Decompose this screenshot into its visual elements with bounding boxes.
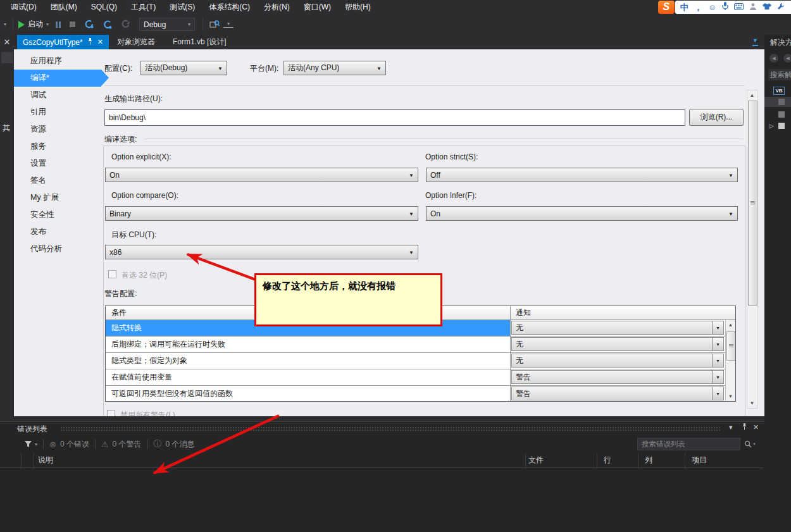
sidebar-item[interactable]: 资源	[14, 121, 101, 138]
tab-close-icon[interactable]: ✕	[97, 38, 103, 46]
designer-scrollbar[interactable]: ▲ ▼	[747, 90, 757, 409]
notification-column-header[interactable]: 通知	[511, 306, 735, 319]
menu-item[interactable]: 调试(D)	[4, 0, 44, 14]
option-infer-combo[interactable]: On	[426, 206, 738, 221]
menu-item[interactable]: 工具(T)	[124, 0, 163, 14]
condition-cell[interactable]: 在赋值前使用变量	[106, 369, 511, 385]
target-cpu-combo[interactable]: x86	[105, 245, 418, 259]
sidebar-item[interactable]: 调试	[14, 87, 101, 104]
document-well-dropdown-icon[interactable]: ▼	[752, 37, 758, 46]
ime-skin-icon[interactable]	[763, 1, 771, 13]
disable-warnings-checkbox[interactable]	[107, 410, 115, 416]
toolbar-overflow-caret-icon[interactable]: ▾	[223, 21, 234, 28]
notification-combo[interactable]: 警告▼	[511, 387, 724, 400]
menu-item[interactable]: 团队(M)	[44, 0, 84, 14]
icon-column-header[interactable]	[0, 454, 21, 467]
error-search-input[interactable]: 搜索错误列表	[637, 438, 740, 450]
option-explicit-combo[interactable]: On	[105, 168, 418, 182]
menu-item[interactable]: 分析(N)	[257, 0, 297, 14]
sidebar-item[interactable]: 签名	[14, 172, 101, 189]
pin-icon[interactable]	[742, 423, 747, 431]
scroll-up-icon[interactable]: ▲	[747, 92, 757, 98]
ime-lang-toggle[interactable]: 中	[680, 1, 688, 14]
sidebar-item[interactable]: 应用程序	[14, 53, 101, 70]
sogou-logo-icon[interactable]: S	[658, 1, 675, 14]
ime-tools-icon[interactable]	[777, 1, 785, 13]
sidebar-item[interactable]: 安全性	[14, 206, 101, 223]
menu-item[interactable]: 窗口(W)	[297, 0, 338, 14]
sidebar-item[interactable]: 发布	[14, 223, 101, 240]
references-node-row[interactable]	[764, 109, 791, 120]
ime-user-icon[interactable]	[749, 1, 757, 13]
scroll-down-icon[interactable]: ▼	[747, 400, 757, 406]
close-icon[interactable]: ✕	[753, 423, 759, 431]
notification-combo[interactable]: 无▼	[511, 354, 724, 368]
flag-column-header[interactable]	[21, 454, 34, 467]
option-compare-combo[interactable]: Binary	[105, 206, 418, 221]
solution-search-input[interactable]: 搜索解	[768, 69, 791, 80]
filter-button[interactable]: ▾	[24, 440, 37, 448]
output-path-input[interactable]: bin\Debug\	[104, 109, 685, 126]
properties-node-row[interactable]	[764, 97, 791, 107]
table-row[interactable]: 隐式类型；假定为对象无▼	[106, 353, 735, 369]
project-column-header[interactable]: 项目	[685, 454, 763, 467]
ime-mic-icon[interactable]	[722, 1, 728, 13]
combo-arrow-icon[interactable]: ▼	[712, 338, 723, 350]
ime-emoji-icon[interactable]: ☺	[708, 1, 716, 14]
panel-drag-texture[interactable]	[60, 426, 720, 431]
combo-arrow-icon[interactable]: ▼	[712, 371, 723, 383]
option-strict-combo[interactable]: Off	[426, 168, 738, 182]
nav-back-icon[interactable]: ◄	[769, 54, 778, 63]
table-row[interactable]: 在赋值前使用变量警告▼	[106, 369, 735, 386]
condition-cell[interactable]: 隐式类型；假定为对象	[106, 353, 511, 369]
menu-item[interactable]: 测试(S)	[163, 0, 202, 14]
sidebar-item[interactable]: 设置	[14, 155, 101, 172]
sidebar-item[interactable]: 编译*	[14, 70, 101, 87]
nav-forward-icon[interactable]: ◄	[783, 54, 791, 63]
sidebar-item[interactable]: 引用	[14, 104, 101, 121]
notification-combo[interactable]: 警告▼	[511, 370, 724, 384]
column-column-header[interactable]: 列	[638, 454, 685, 467]
window-position-caret-icon[interactable]: ▾	[729, 423, 733, 431]
search-button[interactable]: ▾	[740, 438, 759, 450]
menu-item[interactable]: SQL(Q)	[84, 0, 124, 14]
ime-punct-toggle[interactable]: ，	[694, 1, 702, 14]
notification-combo[interactable]: 无▼	[511, 337, 724, 351]
combo-arrow-icon[interactable]: ▼	[712, 387, 723, 400]
tab-gszcopyutltype[interactable]: GszCopyUtlType* ✕	[17, 35, 109, 49]
menu-item[interactable]: 体系结构(C)	[202, 0, 257, 14]
file-node-row[interactable]	[764, 121, 791, 131]
sidebar-item[interactable]: 代码分析	[14, 240, 101, 257]
scrollbar-thumb[interactable]	[748, 101, 757, 306]
step-out-icon[interactable]	[120, 20, 130, 29]
solution-configurations-combo[interactable]: Debug▾	[139, 18, 195, 31]
description-column-header[interactable]: 说明	[34, 454, 525, 467]
toolbar-options-caret-icon[interactable]: ▾	[0, 22, 10, 27]
configuration-combo[interactable]: 活动(Debug)	[140, 61, 227, 75]
tab-pin-icon[interactable]	[87, 38, 93, 47]
table-row[interactable]: 后期绑定；调用可能在运行时失败无▼	[106, 337, 735, 353]
scrollbar-thumb[interactable]	[726, 331, 736, 361]
browse-button[interactable]: 浏览(R)...	[689, 109, 744, 126]
vb-project-icon[interactable]: VB	[773, 87, 785, 95]
step-into-icon[interactable]	[84, 20, 94, 30]
autohide-tab-label[interactable]: 其	[3, 123, 10, 133]
panel-close-icon[interactable]: ✕	[0, 35, 14, 49]
step-over-icon[interactable]	[102, 20, 113, 30]
errors-count-button[interactable]: ⊗0 个错误	[49, 439, 89, 450]
start-debug-button[interactable]: 启动 ▾	[16, 19, 51, 30]
combo-arrow-icon[interactable]: ▼	[712, 354, 723, 367]
ime-keyboard-icon[interactable]	[734, 1, 744, 13]
sidebar-item[interactable]: My 扩展	[14, 189, 101, 206]
stop-icon[interactable]	[69, 21, 76, 28]
warnings-count-button[interactable]: ⚠0 个警告	[101, 439, 142, 450]
scroll-up-icon[interactable]: ▲	[726, 322, 735, 328]
condition-cell[interactable]: 可返回引用类型但没有返回值的函数	[106, 386, 511, 402]
file-column-header[interactable]: 文件	[525, 454, 597, 467]
tab-object-browser[interactable]: 对象浏览器	[111, 35, 161, 49]
pause-icon[interactable]	[55, 21, 61, 28]
tab-form1[interactable]: Form1.vb [设计]	[167, 35, 232, 49]
combo-arrow-icon[interactable]: ▼	[712, 321, 723, 334]
notification-combo[interactable]: 无▼	[511, 321, 724, 335]
table-scrollbar[interactable]: ▲ ▼	[725, 320, 735, 401]
